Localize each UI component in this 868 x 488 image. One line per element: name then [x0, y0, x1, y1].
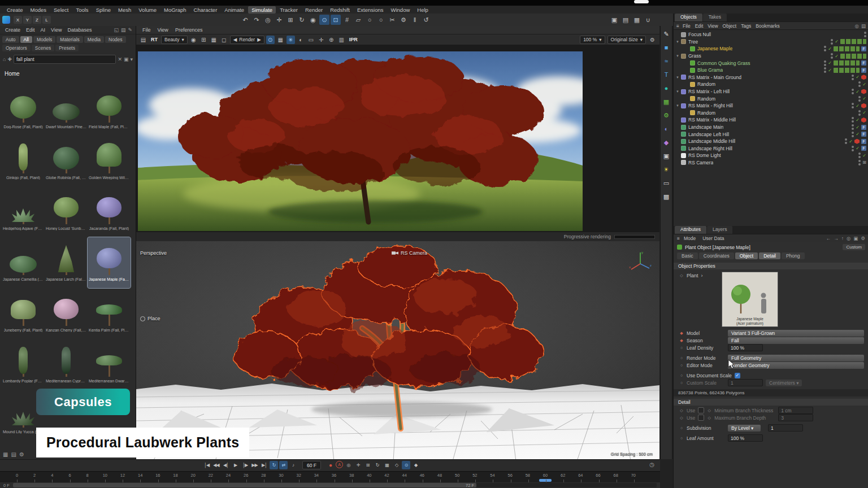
transport-button[interactable]: ◀◀ [212, 461, 220, 469]
menu-item[interactable]: Spline [93, 6, 114, 14]
record-button[interactable]: ◇ [392, 461, 401, 469]
palette-tool-icon[interactable]: ✎ [662, 29, 671, 38]
toolbar-icon[interactable]: ▣ [609, 15, 619, 25]
object-row[interactable]: RS Matrix - Left Hill [674, 88, 868, 95]
filter-icon[interactable] [861, 23, 866, 29]
render-toolbar-icon[interactable]: ▤ [139, 36, 147, 44]
field-tag-icon[interactable] [861, 68, 866, 73]
field-tag-icon[interactable] [861, 125, 866, 130]
hamburger-icon[interactable] [676, 23, 679, 29]
transport-button[interactable]: ▶ [231, 461, 240, 469]
toolbar-icon[interactable]: ⚙ [398, 15, 409, 25]
record-button[interactable]: A [336, 461, 343, 468]
visibility-dots-icon[interactable] [858, 81, 861, 87]
render-toolbar-icon[interactable]: ✳ [287, 36, 295, 44]
visibility-dots-icon[interactable] [858, 152, 861, 158]
transport-button[interactable]: ◀│ [222, 461, 230, 469]
material-swatches[interactable] [840, 54, 866, 59]
object-name[interactable]: Focus Null [688, 32, 711, 37]
record-button[interactable]: ◆ [411, 461, 420, 469]
keyframe-dot[interactable] [707, 416, 711, 420]
palette-tool-icon[interactable]: ■ [662, 43, 671, 52]
menu-item[interactable]: Select [50, 6, 72, 14]
object-row[interactable]: Blue Grama [674, 67, 868, 74]
forward-icon[interactable] [834, 236, 839, 241]
redshift-material-icon[interactable] [861, 117, 866, 123]
object-row[interactable]: Tree [674, 38, 868, 46]
visibility-dots-icon[interactable] [845, 138, 847, 144]
toolbar-icon[interactable]: ▱ [353, 15, 363, 25]
object-row[interactable]: Random [674, 95, 868, 102]
render-toolbar-icon[interactable]: ▭ [307, 36, 315, 44]
use-document-scale-checkbox[interactable] [735, 373, 740, 378]
custom-button[interactable]: Custom [843, 244, 865, 250]
transport-button[interactable]: ▶│ [260, 461, 268, 469]
record-button[interactable]: ⊞ [363, 461, 372, 469]
render-toolbar-icon[interactable]: ▦ [276, 36, 285, 44]
filter-tab[interactable]: Nodes [105, 36, 126, 43]
enabled-check-icon[interactable] [828, 68, 832, 73]
visibility-dots-icon[interactable] [824, 60, 826, 66]
leaf-amount-field[interactable]: 100 % [728, 434, 763, 442]
camera-hud[interactable]: RS Camera [392, 250, 427, 256]
render-toolbar-icon[interactable]: ◉ [189, 36, 198, 44]
viewport-label[interactable]: Perspective [140, 250, 167, 256]
gear-icon[interactable] [861, 236, 865, 241]
render-toolbar-icon[interactable]: ◻ [220, 36, 228, 44]
transport-button[interactable]: ⇄ [279, 461, 288, 469]
visibility-dots-icon[interactable] [852, 124, 854, 130]
record-button[interactable]: ↻ [373, 461, 381, 469]
transport-button[interactable]: │◀ [202, 461, 211, 469]
object-name[interactable]: Landscape Left Hill [688, 132, 729, 137]
palette-tool-icon[interactable]: ⚙ [662, 111, 671, 120]
menu-item[interactable]: Tracker [276, 6, 301, 14]
lock-icon[interactable] [124, 56, 129, 62]
keyframe-dot[interactable] [679, 436, 684, 440]
hamburger-icon[interactable] [677, 236, 680, 241]
visibility-dots-icon[interactable] [858, 110, 861, 116]
plant-asset-cell[interactable]: Mediterranean Cypres... [45, 339, 88, 390]
redshift-material-icon[interactable] [861, 75, 866, 80]
render-view-menu-item[interactable]: View [155, 27, 171, 33]
mode-menu[interactable]: Mode [681, 236, 698, 241]
palette-tool-icon[interactable]: ▣ [662, 151, 671, 160]
visibility-dots-icon[interactable] [831, 39, 833, 45]
object-name[interactable]: Tree [688, 39, 698, 45]
enabled-check-icon[interactable] [849, 139, 853, 144]
attribute-tab[interactable]: Basic [677, 252, 698, 259]
record-button[interactable]: ▦ [383, 461, 391, 469]
object-name[interactable]: RS Camera [688, 160, 713, 165]
filter-tab[interactable]: All [20, 36, 32, 43]
menu-item[interactable]: Tools [72, 6, 92, 14]
subfilter-tab[interactable]: Presets [55, 45, 79, 51]
keyframe-dot[interactable] [679, 408, 684, 413]
toolbar-icon[interactable]: ○ [364, 15, 375, 25]
object-row[interactable]: Landscape Left Hill [674, 130, 868, 138]
use-min-branch-checkbox[interactable] [698, 407, 704, 413]
toolbar-icon[interactable]: ▦ [632, 15, 642, 25]
asset-menu-item[interactable]: AI [38, 27, 49, 33]
toolbar-icon[interactable]: ↻ [297, 15, 307, 25]
toolbar-icon[interactable]: ✂ [387, 15, 397, 25]
visibility-dots-icon[interactable] [852, 75, 854, 80]
filter-tab[interactable]: Models [33, 36, 55, 43]
visibility-dots-icon[interactable] [824, 46, 826, 51]
subfilter-tab[interactable]: Operators [2, 45, 31, 51]
render-toolbar-icon[interactable]: ◐ [297, 36, 305, 44]
max-branch-field[interactable]: 3 [778, 414, 813, 421]
material-swatches[interactable] [834, 60, 860, 66]
om-menu-item[interactable]: View [705, 23, 720, 29]
leaf-density-field[interactable]: 100 % [728, 344, 763, 351]
axis-lock-button[interactable]: Z [33, 16, 41, 24]
plant-asset-cell[interactable]: Japanese Maple (Fall, ... [88, 237, 131, 288]
plant-asset-cell[interactable]: Juneberry (Fall, Plant) [2, 288, 45, 339]
plant-asset-cell[interactable]: Honey Locust 'Sunbur... [45, 186, 88, 237]
toolbar-icon[interactable]: ⊡ [331, 15, 341, 25]
object-row[interactable]: RS Matrix - Middle Hill [674, 116, 868, 124]
chevron-right-icon[interactable] [701, 273, 703, 278]
object-name[interactable]: Random [697, 81, 715, 87]
render-toolbar-icon[interactable]: ⊙ [266, 36, 275, 44]
render-toolbar-icon[interactable]: ⊕ [327, 36, 336, 44]
expand-arrow[interactable] [676, 40, 680, 43]
manager-tab[interactable]: Objects [675, 14, 702, 21]
